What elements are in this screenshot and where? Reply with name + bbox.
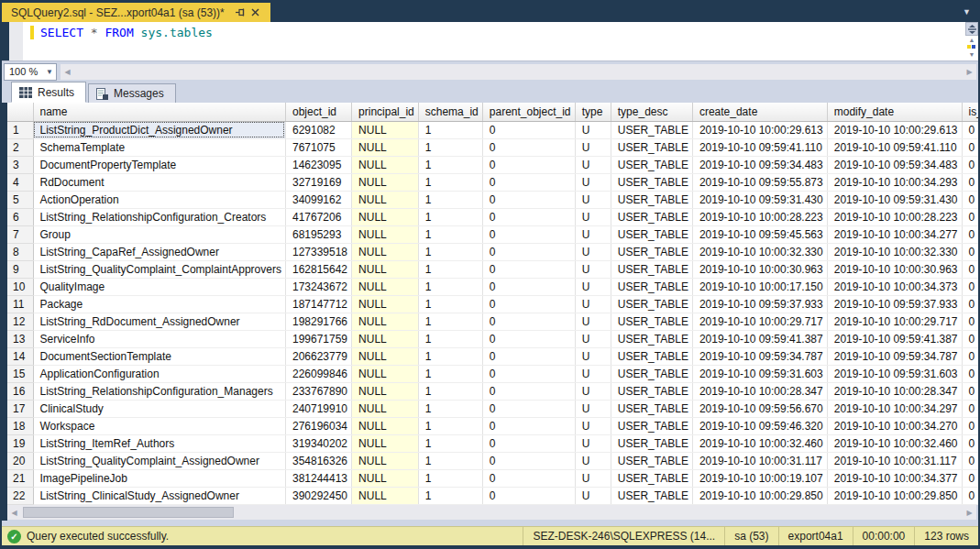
scroll-left-icon[interactable]: ◀	[7, 509, 21, 517]
cell[interactable]: 2019-10-10 10:00:29.717	[692, 313, 827, 330]
close-icon[interactable]	[248, 5, 263, 20]
cell[interactable]: ListString_ItemRef_Authors	[33, 434, 285, 452]
cell[interactable]: 0	[962, 138, 980, 156]
cell[interactable]: Workspace	[33, 417, 285, 434]
row-number[interactable]: 8	[7, 243, 33, 260]
cell[interactable]: 0	[482, 400, 575, 417]
cell[interactable]: USER_TABLE	[611, 330, 692, 347]
column-header[interactable]: modify_date	[827, 103, 962, 121]
cell[interactable]: DocumentSectionTemplate	[33, 347, 285, 365]
cell[interactable]: USER_TABLE	[611, 191, 692, 208]
cell[interactable]: USER_TABLE	[611, 208, 692, 225]
cell[interactable]: U	[575, 487, 611, 504]
cell[interactable]: U	[575, 313, 611, 330]
row-number[interactable]: 18	[7, 417, 33, 434]
cell[interactable]: 0	[482, 487, 575, 504]
cell[interactable]: NULL	[352, 208, 419, 225]
cell[interactable]: 0	[482, 278, 575, 295]
cell[interactable]: USER_TABLE	[611, 173, 692, 191]
cell[interactable]: U	[575, 330, 611, 347]
cell[interactable]: U	[575, 260, 611, 278]
cell[interactable]: 206623779	[285, 347, 351, 365]
grid-hscrollbar[interactable]: ◀ ▶	[7, 505, 976, 520]
cell[interactable]: U	[575, 417, 611, 434]
cell[interactable]: USER_TABLE	[611, 434, 692, 452]
cell[interactable]: 0	[962, 191, 980, 208]
cell[interactable]: 173243672	[285, 278, 351, 295]
cell[interactable]: ListString_ProductDict_AssignedOwner	[33, 121, 285, 138]
cell[interactable]: 1	[418, 121, 482, 138]
cell[interactable]: 0	[482, 469, 575, 487]
cell[interactable]: 0	[962, 330, 980, 347]
cell[interactable]: 0	[482, 208, 575, 225]
cell[interactable]: 0	[962, 121, 980, 138]
cell[interactable]: 1	[418, 469, 482, 487]
cell[interactable]: 1	[418, 260, 482, 278]
row-number[interactable]: 22	[7, 487, 33, 504]
cell[interactable]: U	[575, 382, 611, 400]
cell[interactable]: 2019-10-10 09:59:41.110	[827, 138, 962, 156]
cell[interactable]: NULL	[352, 295, 419, 313]
cell[interactable]: 0	[962, 208, 980, 225]
cell[interactable]: 0	[962, 243, 980, 260]
cell[interactable]: ImagePipelineJob	[33, 469, 285, 487]
cell[interactable]: 6291082	[285, 121, 351, 138]
cell[interactable]: 390292450	[285, 487, 351, 504]
cell[interactable]: NULL	[352, 434, 419, 452]
column-header[interactable]: object_id	[285, 103, 351, 121]
cell[interactable]: USER_TABLE	[611, 313, 692, 330]
cell[interactable]: 2019-10-10 09:59:45.563	[692, 225, 827, 243]
cell[interactable]: 1	[418, 382, 482, 400]
scroll-left-icon[interactable]: ◀	[61, 68, 74, 76]
cell[interactable]: 0	[482, 156, 575, 173]
row-number[interactable]: 11	[7, 295, 33, 313]
cell[interactable]: U	[575, 138, 611, 156]
column-header[interactable]: schema_id	[418, 103, 482, 121]
row-number[interactable]: 1	[7, 121, 33, 138]
pin-icon[interactable]	[234, 5, 248, 20]
cell[interactable]: 2019-10-10 09:59:34.787	[827, 347, 962, 365]
cell[interactable]: ClinicalStudy	[33, 400, 285, 417]
tab-list-chevron-icon[interactable]: ▼	[963, 7, 971, 16]
column-header[interactable]: create_date	[692, 103, 827, 121]
editor-text-area[interactable]: SELECT * FROM sys.tables	[23, 22, 965, 60]
cell[interactable]: 2019-10-10 10:00:31.117	[827, 452, 962, 469]
cell[interactable]: NULL	[352, 452, 419, 469]
cell[interactable]: 0	[482, 365, 575, 382]
cell[interactable]: 2019-10-10 09:59:31.603	[692, 365, 827, 382]
cell[interactable]: USER_TABLE	[611, 382, 692, 400]
cell[interactable]: 2019-10-10 10:00:28.223	[827, 208, 962, 225]
column-header[interactable]: is_ms_shipped	[962, 103, 980, 121]
cell[interactable]: 1	[418, 295, 482, 313]
cell[interactable]: 2019-10-10 10:00:32.330	[827, 243, 962, 260]
editor-scrollbar-rail[interactable]: ▲ ▼	[965, 22, 978, 60]
cell[interactable]: QualityImage	[33, 278, 285, 295]
cell[interactable]: 0	[962, 347, 980, 365]
cell[interactable]: 0	[482, 173, 575, 191]
cell[interactable]: 68195293	[285, 225, 351, 243]
row-number[interactable]: 7	[7, 225, 33, 243]
cell[interactable]: 1	[418, 173, 482, 191]
cell[interactable]: 2019-10-10 10:00:34.373	[827, 278, 962, 295]
row-number[interactable]: 21	[7, 469, 33, 487]
cell[interactable]: USER_TABLE	[611, 452, 692, 469]
cell[interactable]: 198291766	[285, 313, 351, 330]
cell[interactable]: 0	[482, 347, 575, 365]
query-editor[interactable]: SELECT * FROM sys.tables ▲ ▼	[2, 22, 978, 60]
cell[interactable]: USER_TABLE	[611, 225, 692, 243]
cell[interactable]: 0	[482, 434, 575, 452]
cell[interactable]: SchemaTemplate	[33, 138, 285, 156]
cell[interactable]: 0	[962, 313, 980, 330]
cell[interactable]: 199671759	[285, 330, 351, 347]
cell[interactable]: 2019-10-10 09:59:31.603	[827, 365, 962, 382]
column-header[interactable]: type_desc	[611, 103, 692, 121]
cell[interactable]: 2019-10-10 09:59:34.483	[692, 156, 827, 173]
cell[interactable]: USER_TABLE	[611, 487, 692, 504]
cell[interactable]: NULL	[352, 330, 419, 347]
cell[interactable]: 276196034	[285, 417, 351, 434]
cell[interactable]: 0	[482, 417, 575, 434]
cell[interactable]: U	[575, 156, 611, 173]
cell[interactable]: 226099846	[285, 365, 351, 382]
results-grid[interactable]: nameobject_idprincipal_idschema_idparent…	[7, 103, 980, 505]
cell[interactable]: 2019-10-10 09:59:31.430	[827, 191, 962, 208]
